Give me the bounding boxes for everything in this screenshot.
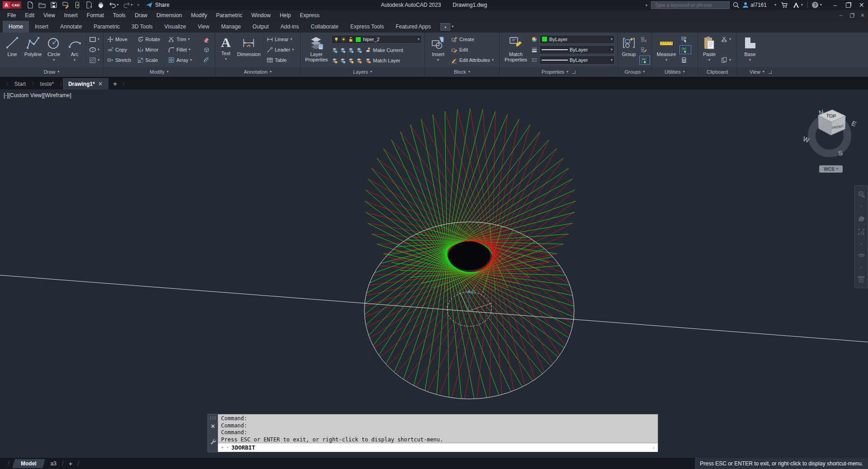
ribbon-tab-manage[interactable]: Manage [215, 21, 246, 33]
ribbon-tab-3d-tools[interactable]: 3D Tools [126, 21, 158, 33]
layer-freeze-icon[interactable] [348, 47, 354, 53]
panel-label-properties[interactable]: Properties▾ [500, 67, 618, 77]
steering-wheel-2d-icon[interactable] [858, 191, 865, 198]
share-button[interactable]: Share [146, 1, 170, 9]
layer-unisolate-icon[interactable] [340, 47, 346, 53]
ribbon-tab-visualize[interactable]: Visualize [159, 21, 192, 33]
create-block-button[interactable]: Create [450, 35, 496, 43]
zoom-dropdown-icon[interactable]: ▾ [860, 242, 862, 245]
customize-qat-button[interactable]: ▿ [135, 0, 141, 9]
new-drawing-tab-button[interactable]: + [108, 79, 122, 89]
measure-button[interactable]: Measure▾ [654, 33, 679, 67]
layer-properties-button[interactable]: Layer Properties [302, 33, 330, 67]
menu-view[interactable]: View [39, 10, 60, 20]
menu-format[interactable]: Format [82, 10, 108, 20]
recent-commands-icon[interactable]: + [221, 445, 224, 450]
layer-freeze-all-icon[interactable] [348, 57, 354, 64]
ribbon-tab-annotate[interactable]: Annotate [54, 21, 88, 33]
ribbon-tab-add-ins[interactable]: Add-ins [275, 21, 305, 33]
zoom-extents-icon[interactable] [858, 228, 865, 235]
drawing-canvas[interactable]: Z [0, 89, 868, 458]
linear-button[interactable]: Linear▾ [266, 35, 297, 43]
orbit-dropdown-icon[interactable]: ▾ [860, 266, 862, 269]
file-tab-start[interactable]: Start [9, 79, 31, 89]
measure-dropdown-icon[interactable]: ▾ [665, 58, 667, 62]
ribbon-tab-collaborate[interactable]: Collaborate [305, 21, 344, 33]
viewport-controls-label[interactable]: [-][Custom View][Wireframe] [4, 92, 71, 98]
command-dropdown-icon[interactable]: ▾ [226, 446, 229, 450]
insert-dropdown-icon[interactable]: ▾ [437, 58, 439, 62]
command-grip-handle-icon[interactable] [209, 416, 217, 420]
explode-button[interactable] [203, 46, 212, 54]
layer-select[interactable]: hiper_2 ▾ [331, 35, 422, 44]
new-file-button[interactable] [25, 0, 36, 9]
menu-dimension[interactable]: Dimension [152, 10, 187, 20]
leader-dropdown-icon[interactable]: ▾ [292, 48, 294, 52]
menu-edit[interactable]: Edit [20, 10, 39, 20]
panel-label-clipboard[interactable]: Clipboard [698, 67, 736, 77]
ribbon-tab-home[interactable]: Home [3, 21, 29, 33]
panel-label-utilities[interactable]: Utilities▾ [652, 67, 698, 77]
menu-express[interactable]: Express [295, 10, 324, 20]
layer-on-bulb-icon[interactable] [334, 37, 339, 42]
paste-button[interactable]: Paste▾ [699, 33, 719, 67]
viewcube-cube[interactable]: TOP FRONT [814, 105, 849, 138]
panel-label-annotation[interactable]: Annotation▾ [215, 67, 300, 77]
search-expand-icon[interactable]: ▸ [644, 3, 649, 7]
trim-button[interactable]: Trim▾ [167, 35, 201, 43]
account-menu[interactable]: al7161 ▾ [740, 0, 778, 10]
command-input[interactable]: + ▾ 3DORBIT ▴ [218, 443, 658, 452]
table-button[interactable]: Table [266, 56, 297, 64]
copy-button[interactable]: Copy [106, 46, 135, 54]
panel-label-block[interactable]: Block▾ [425, 67, 499, 77]
hatch-tool-button[interactable]: ▾ [88, 56, 100, 64]
fillet-button[interactable]: Fillet▾ [167, 46, 201, 54]
file-tab-teste[interactable]: teste* [35, 79, 60, 89]
pan-hand-icon[interactable] [858, 215, 865, 222]
minimize-button[interactable]: – [829, 0, 842, 10]
base-button[interactable]: Base▾ [739, 33, 761, 67]
object-color-select[interactable]: ByLayer▾ [539, 35, 615, 44]
base-dropdown-icon[interactable]: ▾ [749, 58, 751, 62]
ribbon-tab-featured-apps[interactable]: Featured Apps [390, 21, 437, 33]
view-dialog-launcher-icon[interactable] [769, 70, 772, 74]
showmotion-icon[interactable] [858, 276, 865, 283]
view-cube[interactable]: N E S W TOP FRONT WCS▾ [794, 98, 868, 183]
file-tab-drawing1[interactable]: Drawing1*✕ [63, 78, 108, 89]
new-layout-button[interactable]: + [65, 460, 76, 467]
open-file-button[interactable] [37, 0, 47, 9]
paste-dropdown-icon[interactable]: ▾ [708, 58, 710, 62]
ribbon-tab-insert[interactable]: Insert [29, 21, 54, 33]
mirror-button[interactable]: Mirror [137, 46, 166, 54]
search-icon[interactable] [732, 1, 740, 9]
ribbon-tab-express-tools[interactable]: Express Tools [344, 21, 390, 33]
ribbon-tab-parametric[interactable]: Parametric [88, 21, 126, 33]
save-as-button[interactable] [60, 0, 71, 9]
quick-calculator-button[interactable] [680, 56, 691, 64]
menu-insert[interactable]: Insert [60, 10, 82, 20]
circle-dropdown-icon[interactable]: ▾ [53, 58, 55, 62]
viewcube-top-face[interactable]: TOP [826, 113, 836, 119]
app-store-button[interactable] [778, 0, 790, 10]
copy-clip-button[interactable]: ▾ [720, 56, 734, 64]
ribbon-collapse-icon[interactable]: ▲ [440, 23, 450, 31]
search-input[interactable] [654, 2, 727, 8]
edit-attributes-dropdown-icon[interactable]: ▾ [492, 58, 494, 62]
command-wrench-icon[interactable] [210, 438, 216, 445]
close-tab-icon[interactable]: ✕ [98, 80, 103, 87]
move-button[interactable]: Move [106, 35, 135, 43]
panel-label-layers[interactable]: Layers▾ [301, 67, 425, 77]
array-button[interactable]: Array▾ [167, 56, 201, 64]
line-button[interactable]: Line [2, 33, 23, 67]
redo-button[interactable]: ▾ [121, 0, 134, 9]
layout-tab-a3[interactable]: a3 [47, 460, 61, 467]
command-close-icon[interactable]: ✕ [211, 424, 216, 429]
group-button[interactable]: Group [619, 33, 639, 67]
match-properties-button[interactable]: Match Properties [501, 33, 530, 67]
doc-restore-button[interactable] [846, 10, 857, 21]
trim-dropdown-icon[interactable]: ▾ [188, 38, 190, 41]
rectangle-tool-button[interactable]: ▾ [88, 35, 100, 43]
ribbon-tab-view[interactable]: View [192, 21, 215, 33]
restore-button[interactable] [842, 0, 855, 10]
cut-button[interactable]: ▾ [720, 35, 734, 43]
